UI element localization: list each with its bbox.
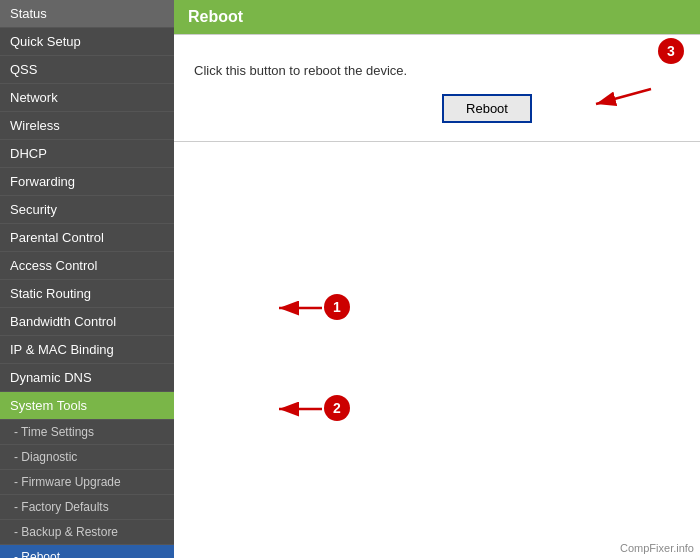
sidebar-item-backup-restore[interactable]: - Backup & Restore — [0, 520, 174, 545]
instruction-text: Click this button to reboot the device. — [194, 63, 680, 78]
svg-line-11 — [596, 89, 651, 104]
sidebar-item-access-control[interactable]: Access Control — [0, 252, 174, 280]
sidebar-item-network[interactable]: Network — [0, 84, 174, 112]
sidebar-item-dynamic-dns[interactable]: Dynamic DNS — [0, 364, 174, 392]
sidebar-item-time-settings[interactable]: - Time Settings — [0, 420, 174, 445]
page-title: Reboot — [174, 0, 700, 34]
sidebar-item-static-routing[interactable]: Static Routing — [0, 280, 174, 308]
sidebar-item-bandwidth-control[interactable]: Bandwidth Control — [0, 308, 174, 336]
watermark: CompFixer.info — [620, 542, 694, 554]
sidebar-item-system-tools[interactable]: System Tools — [0, 392, 174, 420]
svg-text:2: 2 — [333, 400, 341, 416]
sidebar-item-security[interactable]: Security — [0, 196, 174, 224]
sidebar-item-forwarding[interactable]: Forwarding — [0, 168, 174, 196]
sidebar-item-status[interactable]: Status — [0, 0, 174, 28]
sidebar-item-dhcp[interactable]: DHCP — [0, 140, 174, 168]
sidebar-item-firmware-upgrade[interactable]: - Firmware Upgrade — [0, 470, 174, 495]
sidebar-item-parental-control[interactable]: Parental Control — [0, 224, 174, 252]
sidebar: StatusQuick SetupQSSNetworkWirelessDHCPF… — [0, 0, 174, 558]
sidebar-item-ip-mac-binding[interactable]: IP & MAC Binding — [0, 336, 174, 364]
sidebar-item-wireless[interactable]: Wireless — [0, 112, 174, 140]
sidebar-item-qss[interactable]: QSS — [0, 56, 174, 84]
sidebar-item-reboot[interactable]: - Reboot — [0, 545, 174, 558]
annotation-1-arrow — [274, 298, 329, 321]
annotation-3-arrow — [586, 84, 656, 117]
annotation-3-circle: 3 — [656, 36, 686, 69]
svg-text:3: 3 — [667, 43, 675, 59]
sidebar-item-quick-setup[interactable]: Quick Setup — [0, 28, 174, 56]
annotation-2-arrow — [274, 399, 329, 422]
sidebar-item-factory-defaults[interactable]: - Factory Defaults — [0, 495, 174, 520]
sidebar-item-diagnostic[interactable]: - Diagnostic — [0, 445, 174, 470]
reboot-button[interactable]: Reboot — [442, 94, 532, 123]
svg-text:1: 1 — [333, 299, 341, 315]
main-content: Reboot Click this button to reboot the d… — [174, 0, 700, 558]
